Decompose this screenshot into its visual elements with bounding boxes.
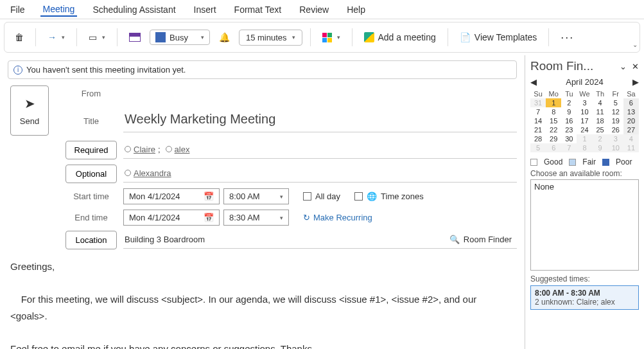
- calendar-day[interactable]: 30: [561, 134, 577, 143]
- calendar-day[interactable]: 13: [623, 107, 639, 116]
- calendar-day[interactable]: 26: [608, 125, 623, 134]
- globe-icon: 🌐: [367, 192, 377, 201]
- send-button[interactable]: ➤ Send: [10, 85, 49, 136]
- calendar-day[interactable]: 6: [546, 143, 561, 152]
- calendar-day[interactable]: 21: [530, 125, 546, 134]
- calendar-day[interactable]: 27: [623, 125, 639, 134]
- calendar-day[interactable]: 19: [608, 116, 623, 125]
- calendar-day[interactable]: 11: [593, 107, 608, 116]
- calendar-day[interactable]: 4: [623, 134, 639, 143]
- prev-month-icon[interactable]: ◀: [530, 77, 537, 87]
- menu-meeting[interactable]: Meeting: [40, 3, 78, 17]
- calendar-day[interactable]: 15: [546, 116, 561, 125]
- menu-scheduling-assistant[interactable]: Scheduling Assistant: [90, 3, 178, 16]
- start-time-label: Start time: [65, 192, 117, 201]
- calendar-day[interactable]: 2: [561, 98, 577, 107]
- attendee-chip[interactable]: Alexandra: [125, 168, 171, 178]
- meeting-icon: [364, 32, 374, 42]
- end-time-input[interactable]: 8:30 AM▾: [223, 210, 289, 226]
- calendar-day[interactable]: 28: [530, 134, 546, 143]
- delete-button[interactable]: 🗑: [11, 30, 28, 45]
- optional-field[interactable]: Alexandra: [123, 166, 517, 183]
- all-day-checkbox[interactable]: [303, 192, 311, 201]
- reminder-label: 15 minutes: [246, 33, 287, 42]
- more-button[interactable]: ···: [557, 28, 578, 47]
- close-icon[interactable]: ✕: [632, 62, 639, 71]
- reminder-dropdown[interactable]: 15 minutes ▾: [239, 30, 302, 46]
- view-templates-button[interactable]: 📄View Templates: [456, 30, 541, 45]
- location-button[interactable]: Location: [65, 231, 117, 249]
- calendar-day[interactable]: 9: [593, 143, 608, 152]
- presence-icon: [125, 146, 131, 152]
- required-field[interactable]: Claire;alex: [123, 142, 517, 159]
- calendar-day[interactable]: 10: [577, 107, 592, 116]
- calendar-day[interactable]: 1: [546, 98, 561, 107]
- message-body[interactable]: Greetings, For this meeting, we will dis…: [8, 249, 517, 349]
- chevron-down-icon[interactable]: ⌄: [620, 62, 627, 71]
- calendar-day[interactable]: 22: [546, 125, 561, 134]
- calendar-day[interactable]: 23: [561, 125, 577, 134]
- calendar-day[interactable]: 24: [577, 125, 592, 134]
- location-input[interactable]: Building 3 Boardroom: [125, 235, 205, 244]
- calendar-day[interactable]: 29: [546, 134, 561, 143]
- calendar-day[interactable]: 1: [577, 134, 592, 143]
- calendar-icon-btn[interactable]: [125, 30, 144, 44]
- calendar-day[interactable]: 11: [623, 143, 639, 152]
- menu-review[interactable]: Review: [297, 3, 331, 16]
- forward-button[interactable]: →▾: [44, 30, 69, 45]
- choose-room-label: Choose an available room:: [530, 169, 639, 178]
- calendar-day[interactable]: 8: [577, 143, 592, 152]
- end-date-input[interactable]: Mon 4/1/2024📅: [123, 210, 220, 226]
- trash-icon: 🗑: [15, 32, 24, 42]
- menu-insert[interactable]: Insert: [191, 3, 219, 16]
- calendar-day[interactable]: 31: [530, 98, 546, 107]
- action-button[interactable]: ▭▾: [85, 30, 109, 45]
- optional-button[interactable]: Optional: [65, 165, 117, 183]
- start-date-input[interactable]: Mon 4/1/2024📅: [123, 188, 220, 204]
- calendar-day[interactable]: 7: [561, 143, 577, 152]
- attendee-chip[interactable]: Claire;: [125, 145, 161, 154]
- room-list[interactable]: None: [530, 179, 639, 271]
- calendar-day[interactable]: 8: [546, 107, 561, 116]
- make-recurring-link[interactable]: ↻Make Recurring: [303, 213, 372, 222]
- ribbon-collapse-icon[interactable]: ⌄: [632, 41, 638, 48]
- month-label: April 2024: [566, 77, 604, 87]
- start-time-input[interactable]: 8:00 AM▾: [223, 188, 289, 204]
- calendar-mini-icon: [129, 33, 141, 42]
- suggested-time-item[interactable]: 8:00 AM - 8:30 AM 2 unknown: Claire; ale…: [530, 285, 639, 310]
- calendar-day[interactable]: 7: [530, 107, 546, 116]
- title-input[interactable]: [123, 109, 517, 132]
- calendar-day[interactable]: 9: [561, 107, 577, 116]
- calendar-day[interactable]: 12: [608, 107, 623, 116]
- calendar-day[interactable]: 5: [608, 98, 623, 107]
- next-month-icon[interactable]: ▶: [632, 77, 639, 87]
- calendar-day[interactable]: 4: [593, 98, 608, 107]
- calendar-day[interactable]: 5: [530, 143, 546, 152]
- add-meeting-button[interactable]: Add a meeting: [360, 30, 440, 45]
- calendar-icon: 📅: [204, 192, 214, 201]
- ellipsis-icon: ···: [561, 31, 574, 44]
- view-templates-label: View Templates: [474, 32, 537, 42]
- menu-file[interactable]: File: [8, 3, 28, 16]
- reminder-bell-button[interactable]: 🔔: [215, 30, 234, 45]
- calendar-day[interactable]: 14: [530, 116, 546, 125]
- calendar-day[interactable]: 2: [593, 134, 608, 143]
- menu-help[interactable]: Help: [344, 3, 368, 16]
- calendar-day[interactable]: 16: [561, 116, 577, 125]
- calendar-day[interactable]: 20: [623, 116, 639, 125]
- room-finder-button[interactable]: 🔍Room Finder: [449, 235, 512, 244]
- calendar-day[interactable]: 17: [577, 116, 592, 125]
- required-button[interactable]: Required: [65, 141, 117, 159]
- calendar-day[interactable]: 18: [593, 116, 608, 125]
- attendee-chip[interactable]: alex: [166, 145, 190, 154]
- calendar-day[interactable]: 25: [593, 125, 608, 134]
- show-as-dropdown[interactable]: Busy ▾: [150, 30, 210, 45]
- calendar-day[interactable]: 3: [608, 134, 623, 143]
- end-time-label: End time: [65, 213, 117, 222]
- calendar-day[interactable]: 10: [608, 143, 623, 152]
- menu-format-text[interactable]: Format Text: [232, 3, 284, 16]
- timezones-checkbox[interactable]: [354, 192, 363, 201]
- categorize-button[interactable]: ▾: [318, 30, 344, 45]
- calendar-day[interactable]: 6: [623, 98, 639, 107]
- calendar-day[interactable]: 3: [577, 98, 592, 107]
